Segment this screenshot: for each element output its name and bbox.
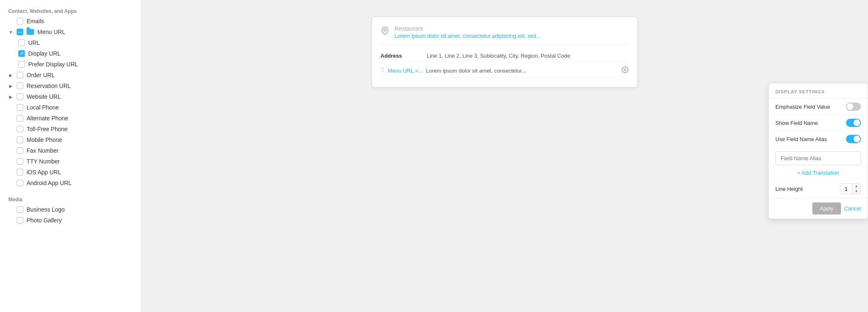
preview-link[interactable]: Lorem ipsum dolor sit amet, consectetur … <box>395 33 541 39</box>
checkbox-website-url[interactable] <box>17 93 23 100</box>
spinner-up-button[interactable]: ▲ <box>852 184 861 189</box>
sidebar-item-toll-free-phone[interactable]: Toll-Free Phone <box>0 124 141 134</box>
sidebar-item-mobile-phone[interactable]: Mobile Phone <box>0 134 141 145</box>
chevron-order-url[interactable] <box>8 73 13 78</box>
sidebar-item-reservation-url[interactable]: Reservation URL <box>0 80 141 91</box>
chevron-reservation-url[interactable] <box>8 83 13 88</box>
checkbox-business-logo[interactable] <box>17 206 23 213</box>
sidebar-item-local-phone[interactable]: Local Phone <box>0 102 141 113</box>
sidebar-label-toll-free-phone: Toll-Free Phone <box>27 126 68 132</box>
emphasize-field-value-label: Emphasize Field Value <box>775 104 830 110</box>
sidebar-item-url[interactable]: URL <box>0 37 141 48</box>
checkbox-android-app-url[interactable] <box>17 180 23 186</box>
checkbox-display-url[interactable] <box>18 50 25 57</box>
sidebar-label-reservation-url: Reservation URL <box>27 83 71 89</box>
chevron-website-url[interactable] <box>8 94 13 99</box>
use-field-name-alias-toggle[interactable] <box>846 135 861 143</box>
folder-icon-menu-url <box>27 29 34 35</box>
sidebar-item-android-app-url[interactable]: Android App URL <box>0 178 141 188</box>
checkbox-photo-gallery[interactable] <box>17 217 23 224</box>
sidebar-item-order-url[interactable]: Order URL <box>0 70 141 80</box>
checkbox-order-url[interactable] <box>17 72 23 78</box>
line-height-label: Line Height <box>775 186 803 192</box>
sidebar-label-order-url: Order URL <box>27 72 55 78</box>
cancel-button[interactable]: Cancel <box>844 202 861 214</box>
emphasize-field-value-row: Emphasize Field Value <box>769 99 868 115</box>
svg-point-1 <box>624 69 626 71</box>
checkbox-reservation-url[interactable] <box>17 83 23 89</box>
preview-header: Restaurant Lorem ipsum dolor sit amet, c… <box>380 25 629 39</box>
restaurant-label: Restaurant <box>395 25 541 32</box>
line-height-row: Line Height 1 ▲ ▼ <box>769 179 868 198</box>
show-field-name-label: Show Field Name <box>775 120 818 126</box>
sidebar-item-emails[interactable]: Emails <box>0 16 141 27</box>
checkbox-prefer-display-url[interactable] <box>18 61 25 68</box>
settings-panel: DISPLAY SETTINGS Emphasize Field Value S… <box>768 83 868 219</box>
checkbox-alternate-phone[interactable] <box>17 115 23 122</box>
show-field-name-row: Show Field Name <box>769 115 868 131</box>
sidebar: Contact, Websites, and Apps Emails Menu … <box>0 0 141 312</box>
sidebar-label-emails: Emails <box>27 18 44 24</box>
checkbox-mobile-phone[interactable] <box>17 136 23 143</box>
sidebar-label-local-phone: Local Phone <box>27 104 59 111</box>
sidebar-item-website-url[interactable]: Website URL <box>0 91 141 102</box>
sidebar-item-ios-app-url[interactable]: iOS App URL <box>0 167 141 178</box>
main-content: Restaurant Lorem ipsum dolor sit amet, c… <box>141 0 868 312</box>
field-alias-input[interactable] <box>775 151 861 165</box>
checkbox-url[interactable] <box>18 39 25 46</box>
sidebar-item-alternate-phone[interactable]: Alternate Phone <box>0 113 141 124</box>
address-row: Address Line 1, Line 2, Line 3, Sublocal… <box>380 49 629 63</box>
line-height-value: 1 <box>841 184 852 194</box>
checkbox-ios-app-url[interactable] <box>17 169 23 176</box>
svg-point-0 <box>384 29 386 31</box>
sidebar-label-url: URL <box>28 39 40 46</box>
apply-button[interactable]: Apply <box>812 202 841 214</box>
checkbox-emails[interactable] <box>17 18 23 24</box>
chevron-menu-url[interactable] <box>8 29 13 34</box>
menu-value: Lorem ipsum dolor sit amet, consectetur.… <box>426 68 618 74</box>
sidebar-item-business-logo[interactable]: Business Logo <box>0 204 141 215</box>
sidebar-item-fax-number[interactable]: Fax Number <box>0 145 141 156</box>
sidebar-label-business-logo: Business Logo <box>27 206 65 213</box>
sidebar-item-display-url[interactable]: Display URL <box>0 48 141 59</box>
checkbox-toll-free-phone[interactable] <box>17 126 23 132</box>
sidebar-label-mobile-phone: Mobile Phone <box>27 136 62 143</box>
menu-field-name: Menu URL >... <box>388 68 423 74</box>
preview-header-text: Restaurant Lorem ipsum dolor sit amet, c… <box>395 25 541 39</box>
checkbox-tty-number[interactable] <box>17 158 23 165</box>
show-field-name-toggle[interactable] <box>846 119 861 127</box>
sidebar-item-tty-number[interactable]: TTY Number <box>0 156 141 167</box>
sidebar-label-ios-app-url: iOS App URL <box>27 169 61 176</box>
sidebar-item-photo-gallery[interactable]: Photo Gallery <box>0 215 141 226</box>
sidebar-item-menu-url[interactable]: Menu URL <box>0 27 141 37</box>
menu-url-row: ⠿ Menu URL >... Lorem ipsum dolor sit am… <box>380 63 629 79</box>
sidebar-item-prefer-display-url[interactable]: Prefer Display URL <box>0 59 141 70</box>
sidebar-label-alternate-phone: Alternate Phone <box>27 115 68 122</box>
spinner-down-button[interactable]: ▼ <box>852 189 861 194</box>
sidebar-label-tty-number: TTY Number <box>27 158 60 165</box>
section-media-title: Media <box>0 193 141 204</box>
checkbox-local-phone[interactable] <box>17 104 23 111</box>
checkbox-menu-url[interactable] <box>17 29 23 35</box>
field-alias-area <box>769 147 868 166</box>
checkbox-fax-number[interactable] <box>17 147 23 154</box>
settings-gear-icon[interactable] <box>621 66 629 75</box>
line-height-spinner[interactable]: 1 ▲ ▼ <box>840 183 861 194</box>
sidebar-label-display-url: Display URL <box>28 50 61 57</box>
add-translation-link[interactable]: + Add Translation <box>769 166 868 179</box>
preview-table: Address Line 1, Line 2, Line 3, Sublocal… <box>380 45 629 79</box>
address-value: Line 1, Line 2, Line 3, Sublocality, Cit… <box>427 53 629 59</box>
sidebar-label-prefer-display-url: Prefer Display URL <box>28 61 78 68</box>
sidebar-label-website-url: Website URL <box>27 93 61 100</box>
sidebar-label-android-app-url: Android App URL <box>27 180 71 186</box>
section-contact-title: Contact, Websites, and Apps <box>0 5 141 16</box>
use-field-name-alias-label: Use Field Name Alias <box>775 136 827 142</box>
sidebar-label-menu-url: Menu URL <box>37 29 65 35</box>
use-field-name-alias-row: Use Field Name Alias <box>769 131 868 147</box>
address-label: Address <box>380 53 422 59</box>
spinner-buttons: ▲ ▼ <box>852 184 861 194</box>
settings-panel-title: DISPLAY SETTINGS <box>769 83 868 99</box>
drag-handle[interactable]: ⠿ <box>380 67 385 74</box>
sidebar-label-fax-number: Fax Number <box>27 147 59 154</box>
emphasize-field-value-toggle[interactable] <box>846 102 861 111</box>
